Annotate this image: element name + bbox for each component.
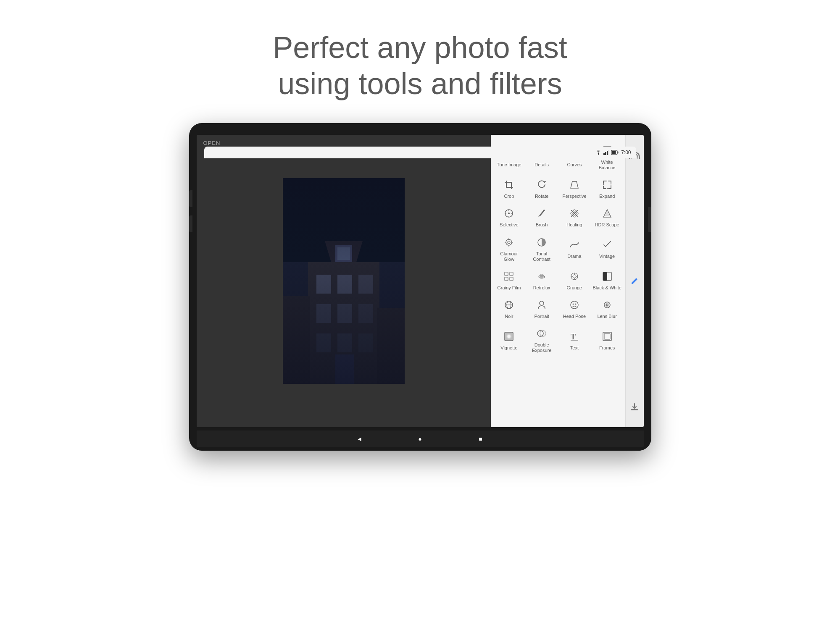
svg-rect-84	[604, 333, 610, 339]
selective-icon	[502, 207, 516, 220]
svg-point-73	[604, 302, 610, 308]
svg-rect-58	[505, 277, 508, 281]
retrolux-icon	[535, 270, 548, 283]
svg-point-49	[506, 239, 512, 245]
status-icons: 7:00	[595, 150, 631, 155]
expand-label: Expand	[599, 194, 615, 199]
tool-perspective[interactable]: Perspective	[558, 174, 591, 202]
edit-side-btn[interactable]	[627, 273, 642, 289]
svg-rect-56	[505, 272, 508, 276]
svg-point-43	[574, 210, 575, 211]
tool-vintage[interactable]: Vintage	[591, 231, 624, 265]
grunge-label: Grunge	[567, 285, 582, 291]
rotate-label: Rotate	[535, 194, 548, 199]
battery-icon	[611, 150, 619, 155]
svg-point-38	[508, 213, 510, 214]
svg-point-0	[598, 154, 599, 155]
tool-healing[interactable]: Healing	[558, 202, 591, 231]
crop-icon	[502, 178, 516, 192]
header-title: Perfect any photo fast using tools and f…	[0, 29, 840, 102]
pencil-icon	[630, 277, 639, 285]
perspective-label: Perspective	[562, 194, 586, 199]
time-display: 7:00	[621, 150, 631, 155]
glamour-glow-label: Glamour Glow	[495, 251, 524, 262]
lens-blur-icon	[600, 298, 614, 312]
svg-rect-6	[618, 151, 619, 153]
portrait-label: Portrait	[534, 314, 549, 319]
svg-rect-59	[510, 277, 513, 281]
tool-retrolux[interactable]: Retrolux	[525, 265, 558, 294]
tablet-volume-down	[189, 215, 192, 232]
tablet-device: 7:00 OPEN	[189, 123, 651, 451]
brush-icon	[535, 207, 548, 220]
tool-grainy-film[interactable]: Grainy Film	[493, 265, 526, 294]
grainy-film-label: Grainy Film	[497, 285, 521, 291]
svg-point-75	[606, 303, 609, 307]
double-exposure-icon	[535, 327, 548, 340]
tool-crop[interactable]: Crop	[493, 174, 526, 202]
tool-rotate[interactable]: Rotate	[525, 174, 558, 202]
frames-icon	[600, 330, 614, 343]
drama-icon	[568, 238, 581, 252]
rotate-icon	[535, 178, 548, 192]
tool-expand[interactable]: Expand	[591, 174, 624, 202]
tool-grunge[interactable]: Grunge	[558, 265, 591, 294]
text-label: Text	[570, 345, 579, 351]
tool-drama[interactable]: Drama	[558, 231, 591, 265]
tablet-wrapper: 7:00 OPEN	[0, 119, 840, 451]
tool-black-white[interactable]: Black & White	[591, 265, 624, 294]
svg-point-70	[571, 301, 578, 309]
selective-label: Selective	[500, 222, 519, 228]
tool-lens-blur[interactable]: Lens Blur	[591, 294, 624, 323]
header-line2: using tools and filters	[278, 67, 562, 100]
nav-recent-btn[interactable]: ■	[476, 434, 486, 444]
photo-panel: OPEN	[197, 135, 491, 427]
svg-point-63	[573, 275, 576, 278]
portrait-icon	[535, 298, 548, 312]
tool-vignette[interactable]: Vignette	[493, 323, 526, 357]
black-white-label: Black & White	[592, 285, 621, 291]
signal-icon	[603, 150, 609, 155]
tool-tonal-contrast[interactable]: Tonal Contrast	[525, 231, 558, 265]
svg-point-72	[575, 304, 576, 305]
tool-head-pose[interactable]: Head Pose	[558, 294, 591, 323]
tool-brush[interactable]: Brush	[525, 202, 558, 231]
svg-rect-36	[603, 181, 611, 189]
head-pose-icon	[568, 298, 581, 312]
svg-point-46	[571, 213, 572, 214]
tool-hdr-scape[interactable]: HDR Scape	[591, 202, 624, 231]
tool-noir[interactable]: Noir	[493, 294, 526, 323]
header-section: Perfect any photo fast using tools and f…	[0, 0, 840, 119]
tool-frames[interactable]: Frames	[591, 323, 624, 357]
building-photo	[283, 178, 405, 384]
tool-selective[interactable]: Selective	[493, 202, 526, 231]
tools-panel[interactable]: Tune ImageDetailsCurvesWhite BalanceCrop…	[491, 135, 625, 427]
tool-portrait[interactable]: Portrait	[525, 294, 558, 323]
svg-rect-57	[510, 272, 513, 276]
grunge-icon	[568, 270, 581, 283]
tool-double-exposure[interactable]: Double Exposure	[525, 323, 558, 357]
svg-rect-4	[608, 150, 609, 155]
hdr-scape-icon	[600, 207, 614, 220]
double-exposure-label: Double Exposure	[527, 342, 556, 353]
nav-home-btn[interactable]: ●	[415, 434, 425, 444]
noir-icon	[502, 298, 516, 312]
svg-rect-2	[605, 152, 606, 155]
photo-area	[197, 135, 491, 427]
download-side-btn[interactable]	[627, 399, 642, 415]
tune-image-label: Tune Image	[497, 162, 521, 168]
header-line1: Perfect any photo fast	[273, 31, 567, 64]
download-icon	[630, 402, 639, 412]
text-icon: T	[568, 330, 581, 343]
nav-back-btn[interactable]: ◄	[355, 434, 365, 444]
tool-text[interactable]: TText	[558, 323, 591, 357]
svg-point-45	[574, 215, 575, 217]
tablet-power-button	[648, 207, 651, 232]
healing-icon	[568, 207, 581, 220]
details-label: Details	[535, 162, 549, 168]
svg-rect-7	[612, 151, 616, 154]
tool-glamour-glow[interactable]: Glamour Glow	[493, 231, 526, 265]
tablet-screen: 7:00 OPEN	[197, 135, 644, 427]
svg-point-50	[508, 241, 510, 244]
svg-rect-65	[603, 272, 607, 281]
